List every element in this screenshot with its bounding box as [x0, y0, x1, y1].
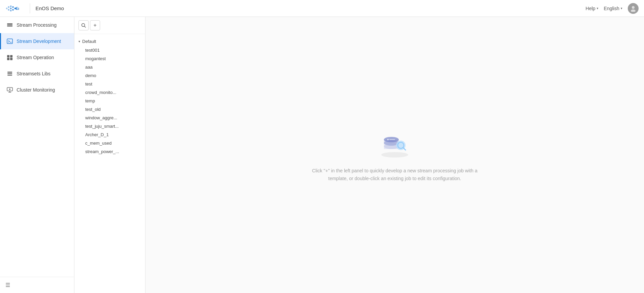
tree-item[interactable]: mogantest — [74, 54, 145, 63]
svg-rect-12 — [7, 23, 13, 24]
tree-item[interactable]: Archer_D_1 — [74, 130, 145, 139]
tree-group-chevron-icon: ▾ — [78, 40, 80, 43]
tree-group-name: Default — [82, 39, 96, 44]
cluster-monitoring-icon — [6, 87, 13, 93]
svg-rect-17 — [7, 55, 9, 57]
svg-point-27 — [9, 89, 10, 90]
sidebar-item-cluster-monitoring[interactable]: Cluster Monitoring — [0, 82, 74, 98]
sidebar-item-stream-development-label: Stream Development — [17, 39, 61, 44]
svg-point-0 — [6, 7, 8, 9]
app-title: EnOS Demo — [36, 5, 585, 11]
streamsets-libs-icon — [6, 70, 13, 77]
search-button[interactable] — [78, 20, 89, 30]
svg-rect-13 — [7, 25, 13, 26]
sidebar-item-stream-operation[interactable]: Stream Operation — [0, 49, 74, 66]
search-icon — [81, 23, 86, 28]
svg-point-11 — [631, 9, 636, 12]
svg-point-35 — [381, 152, 408, 157]
sidebar-item-streamsets-libs-label: Streamsets Libs — [17, 71, 50, 76]
add-button[interactable]: + — [90, 20, 100, 30]
logo[interactable]: EnOS — [5, 3, 19, 14]
tree-toolbar: + — [74, 17, 145, 34]
enos-logo-icon: EnOS — [5, 3, 19, 14]
tree-content: ▾ Default test001mogantestaaademotestcro… — [74, 34, 145, 293]
lang-label: English — [604, 6, 619, 11]
tree-item[interactable]: test001 — [74, 46, 145, 54]
tree-item[interactable]: stream_power_... — [74, 147, 145, 156]
collapse-icon[interactable]: ☰ — [5, 282, 10, 288]
sidebar-item-streamsets-libs[interactable]: Streamsets Libs — [0, 66, 74, 82]
svg-point-6 — [12, 6, 14, 8]
language-menu[interactable]: English ▾ — [604, 6, 622, 11]
tree-items-container: test001mogantestaaademotestcrowd_monito.… — [74, 46, 145, 156]
svg-rect-14 — [7, 26, 13, 27]
tree-item[interactable]: demo — [74, 71, 145, 80]
stream-operation-icon — [6, 54, 13, 61]
svg-rect-19 — [7, 58, 9, 60]
help-chevron-icon: ▾ — [597, 6, 598, 10]
navbar: EnOS EnOS Demo Help ▾ English ▾ — [0, 0, 644, 17]
help-menu[interactable]: Help ▾ — [585, 6, 598, 11]
tree-group-default: ▾ Default test001mogantestaaademotestcro… — [74, 37, 145, 156]
tree-group-header[interactable]: ▾ Default — [74, 37, 145, 46]
tree-item[interactable]: temp — [74, 97, 145, 105]
sidebar-item-stream-development[interactable]: Stream Development — [0, 33, 74, 49]
lang-chevron-icon: ▾ — [621, 6, 622, 10]
svg-rect-15 — [7, 39, 13, 44]
svg-rect-18 — [10, 55, 13, 57]
svg-point-2 — [8, 9, 9, 10]
sidebar-item-stream-operation-label: Stream Operation — [17, 55, 54, 60]
svg-rect-22 — [7, 73, 12, 74]
stream-processing-icon — [6, 22, 13, 28]
add-icon: + — [93, 22, 96, 28]
panel-container: + ▾ Default test001mogantestaaademotestc… — [74, 17, 644, 293]
tree-item[interactable]: aaa — [74, 63, 145, 71]
svg-rect-23 — [7, 75, 12, 76]
tree-item[interactable]: test — [74, 80, 145, 88]
svg-rect-21 — [7, 72, 12, 73]
stream-development-icon — [6, 38, 13, 45]
sidebar-footer: ☰ — [0, 277, 74, 293]
navbar-right: Help ▾ English ▾ — [585, 3, 639, 14]
sidebar: Stream Processing Stream Development — [0, 17, 74, 293]
sidebar-item-stream-processing-label: Stream Processing — [17, 22, 56, 28]
tree-item[interactable]: test_juju_smart... — [74, 122, 145, 130]
tree-panel: + ▾ Default test001mogantestaaademotestc… — [74, 17, 145, 293]
svg-point-10 — [632, 6, 635, 9]
navbar-divider — [30, 3, 30, 14]
svg-point-5 — [10, 10, 12, 11]
empty-state: Click "+" in the left panel to quickly d… — [303, 128, 486, 182]
svg-point-4 — [10, 7, 12, 9]
tree-item[interactable]: crowd_monito... — [74, 88, 145, 97]
svg-point-39 — [387, 139, 389, 140]
svg-text:EnOS: EnOS — [16, 6, 19, 10]
svg-point-7 — [12, 9, 14, 10]
help-label: Help — [585, 6, 595, 11]
main-layout: Stream Processing Stream Development — [0, 17, 644, 293]
empty-state-illustration — [378, 128, 412, 162]
empty-state-text: Click "+" in the left panel to quickly d… — [303, 167, 486, 182]
tree-item[interactable]: test_old — [74, 105, 145, 114]
avatar-icon — [630, 5, 637, 12]
sidebar-item-stream-processing[interactable]: Stream Processing — [0, 17, 74, 33]
svg-point-1 — [8, 6, 9, 8]
tree-item[interactable]: window_aggre... — [74, 114, 145, 122]
svg-line-29 — [85, 26, 86, 28]
svg-rect-20 — [10, 58, 13, 60]
tree-item[interactable]: c_mem_used — [74, 139, 145, 147]
main-content: Click "+" in the left panel to quickly d… — [145, 17, 644, 293]
user-avatar[interactable] — [628, 3, 639, 14]
svg-point-3 — [10, 5, 12, 7]
sidebar-item-cluster-monitoring-label: Cluster Monitoring — [17, 87, 55, 93]
